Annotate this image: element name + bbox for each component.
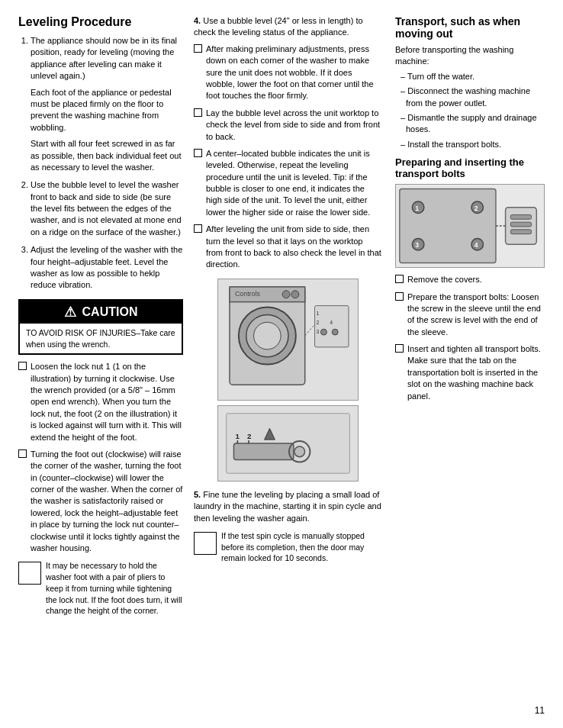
left-check-text-2: Turning the foot out (clockwise) will ra… [31, 449, 183, 555]
left-check-text-1: Loosen the lock nut 1 (1 on the illustra… [31, 361, 183, 443]
mid-check-text-3: A center–located bubble indicates the un… [206, 148, 381, 218]
svg-text:4: 4 [475, 241, 478, 249]
svg-rect-17 [233, 443, 293, 460]
svg-text:2: 2 [247, 432, 252, 440]
mid-check-text-1: After making preliminary adjustments, pr… [206, 43, 381, 102]
svg-rect-37 [510, 230, 531, 234]
leveling-step-2: Use the bubble level to level the washer… [31, 179, 183, 238]
svg-point-15 [332, 329, 338, 335]
washer-sketch-svg: Controls 1 2 3 4 [217, 279, 359, 401]
transport-dash-4: Install the transport bolts. [395, 139, 545, 150]
checkbox-icon-1 [18, 362, 27, 370]
svg-point-3 [253, 322, 281, 350]
caution-box: ⚠ CAUTION TO AVOID RISK OF INJURIES–Take… [18, 299, 183, 355]
transport-checkbox-icon-2 [395, 292, 404, 301]
step1-para1: The appliance should now be in its final… [31, 35, 183, 82]
left-note-1: It may be necessary to hold the washer f… [18, 560, 183, 620]
svg-text:2: 2 [475, 205, 478, 212]
mid-check-item-3: A center–located bubble indicates the un… [194, 148, 381, 218]
step1-para3: Start with all four feet screwed in as f… [31, 138, 183, 173]
step1-para2: Each foot of the appliance or pedestal m… [31, 87, 183, 134]
leveling-step-1: The appliance should now be in its final… [31, 35, 183, 173]
transport-bolts-svg: 1 2 3 4 [396, 185, 544, 267]
svg-point-5 [282, 291, 290, 298]
transport-dash-1: Turn off the water. [395, 71, 545, 82]
leveling-title: Leveling Procedure [18, 15, 183, 29]
svg-text:2: 2 [316, 320, 319, 325]
transport-check-3: Insert and tighten all transport bolts. … [395, 343, 545, 402]
step4-number: 4. [194, 16, 201, 25]
checkbox-icon-2 [18, 449, 27, 458]
leveling-step-3: Adjust the leveling of the washer with t… [31, 244, 183, 292]
svg-line-9 [304, 324, 314, 336]
transport-intro: Before transporting the washing machine: [395, 44, 545, 68]
svg-text:4: 4 [330, 320, 333, 325]
middle-checkbox-list: After making preliminary adjustments, pr… [194, 43, 381, 271]
transport-checkbox-list: Remove the covers. Prepare the transport… [395, 274, 545, 402]
mid-checkbox-icon-4 [194, 224, 202, 233]
leveling-steps-list: The appliance should now be in its final… [18, 35, 183, 292]
svg-rect-36 [510, 222, 531, 227]
transport-check-text-2: Prepare the transport bolts: Loosen the … [407, 292, 545, 339]
svg-text:1: 1 [235, 432, 240, 440]
left-check-item-1: Loosen the lock nut 1 (1 on the illustra… [18, 361, 183, 443]
washer-image-area: Controls 1 2 3 4 1 2 [194, 279, 381, 482]
note-square-1 [18, 562, 41, 585]
transport-check-1: Remove the covers. [395, 274, 545, 285]
mid-check-item-2: Lay the bubble level across the unit wor… [194, 108, 381, 143]
svg-rect-8 [314, 305, 348, 346]
step5-text: 5. Fine tune the leveling by placing a s… [194, 489, 381, 524]
mid-note-text: If the test spin cycle is manually stopp… [221, 530, 381, 564]
transport-dash-2: Disconnect the washing machine from the … [395, 85, 545, 109]
mid-check-text-2: Lay the bubble level across the unit wor… [206, 108, 381, 143]
caution-body: TO AVOID RISK OF INJURIES–Take care when… [20, 324, 182, 353]
mid-check-item-1: After making preliminary adjustments, pr… [194, 43, 381, 102]
step3-text: Adjust the leveling of the washer with t… [31, 245, 182, 289]
svg-point-6 [291, 291, 298, 298]
left-checkbox-list: Loosen the lock nut 1 (1 on the illustra… [18, 361, 183, 554]
warning-icon: ⚠ [64, 304, 76, 321]
caution-body-text: TO AVOID RISK OF INJURIES–Take care when… [26, 328, 175, 349]
caution-header: ⚠ CAUTION [20, 301, 182, 324]
svg-text:Controls: Controls [234, 290, 260, 298]
mid-checkbox-icon-1 [194, 44, 202, 53]
transport-dash-3: Dismantle the supply and drainage hoses. [395, 112, 545, 136]
left-check-item-2: Turning the foot out (clockwise) will ra… [18, 449, 183, 555]
mid-check-item-4: After leveling the unit from side to sid… [194, 224, 381, 271]
transport-title: Transport, such as when moving out [395, 15, 545, 40]
svg-text:3: 3 [316, 329, 319, 334]
svg-rect-35 [510, 215, 531, 220]
transport-checkbox-icon-3 [395, 344, 404, 353]
note-text-1: It may be necessary to hold the washer f… [46, 560, 183, 616]
step2-text: Use the bubble level to level the washer… [31, 180, 182, 237]
mid-note: If the test spin cycle is manually stopp… [194, 530, 381, 569]
transport-check-text-3: Insert and tighten all transport bolts. … [407, 343, 545, 402]
mid-note-square [194, 532, 217, 555]
svg-rect-25 [400, 189, 496, 263]
caution-label: CAUTION [82, 305, 138, 319]
svg-text:1: 1 [316, 311, 319, 316]
svg-text:3: 3 [415, 241, 419, 249]
mid-checkbox-icon-2 [194, 108, 202, 117]
transport-checkbox-icon-1 [395, 275, 404, 283]
mid-checkbox-icon-3 [194, 149, 202, 157]
transport-bolts-image: 1 2 3 4 [395, 184, 545, 268]
foot-sketch-svg: 1 2 [217, 405, 359, 482]
svg-text:1: 1 [415, 205, 419, 212]
transport-check-text-1: Remove the covers. [407, 274, 482, 285]
page-number: 11 [535, 705, 545, 716]
step4-text: 4. Use a bubble level (24" or less in le… [194, 15, 381, 39]
step5-number: 5. [194, 490, 201, 499]
mid-check-text-4: After leveling the unit from side to sid… [206, 224, 381, 271]
preparing-title: Preparing and inserting the transport bo… [395, 156, 545, 179]
svg-point-14 [320, 329, 327, 335]
transport-dash-list: Turn off the water. Disconnect the washi… [395, 71, 545, 150]
transport-check-2: Prepare the transport bolts: Loosen the … [395, 292, 545, 339]
svg-point-19 [294, 446, 304, 457]
